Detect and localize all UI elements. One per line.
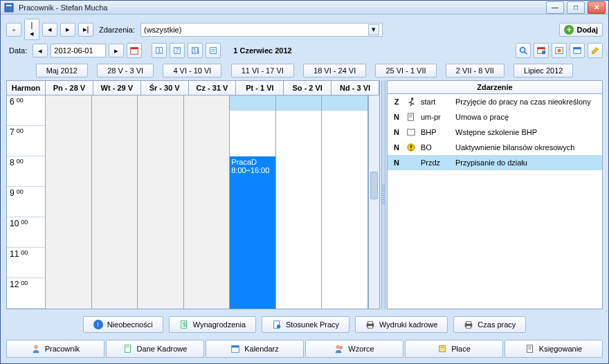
- range-button-7[interactable]: Lipiec 2012: [513, 64, 573, 78]
- calendar-picker-button[interactable]: [127, 43, 142, 58]
- date-next-button[interactable]: ▸: [109, 44, 124, 57]
- day-column-1[interactable]: [92, 95, 138, 309]
- day-header-4[interactable]: Pt - 1 VI: [236, 81, 284, 95]
- tab-label: Dane Kadrowe: [137, 345, 188, 353]
- view-week-button[interactable]: 7: [170, 43, 185, 58]
- svg-point-13: [520, 48, 525, 53]
- tool-1-button[interactable]: [534, 43, 549, 58]
- svg-point-44: [336, 345, 340, 349]
- nav-next-button[interactable]: ▸: [60, 23, 75, 37]
- svg-rect-0: [5, 3, 13, 12]
- view-list-button[interactable]: [206, 43, 221, 58]
- tool-3-button[interactable]: [570, 43, 585, 58]
- time-row-8: 800: [7, 156, 45, 187]
- day-column-3[interactable]: [184, 95, 230, 309]
- view-day-button[interactable]: 1: [152, 43, 167, 58]
- search-button[interactable]: [516, 43, 531, 58]
- maximize-button[interactable]: □: [567, 1, 585, 14]
- events-header: Zdarzenie: [388, 81, 602, 94]
- tab-2[interactable]: Kalendarz: [206, 340, 304, 358]
- schedule-event[interactable]: PracaD8:00÷16:00: [230, 156, 275, 309]
- range-button-3[interactable]: 11 VI - 17 VI: [231, 64, 294, 78]
- tab-5[interactable]: Księgowanie: [505, 340, 603, 358]
- date-input[interactable]: [51, 44, 106, 57]
- nav-first-button[interactable]: |◂: [24, 19, 39, 40]
- tab-3[interactable]: Wzorce: [305, 340, 403, 358]
- action-label: Nieobecności: [107, 320, 153, 329]
- svg-rect-1: [6, 5, 12, 6]
- range-button-4[interactable]: 18 VI - 24 VI: [303, 64, 366, 78]
- add-button[interactable]: + Dodaj: [559, 23, 603, 37]
- events-filter-dropdown[interactable]: (wszystkie) ▾: [140, 23, 383, 37]
- svg-rect-34: [368, 322, 373, 325]
- event-icon: [406, 157, 417, 168]
- time-row-12: 1200: [7, 278, 45, 309]
- tab-label: Kalendarz: [244, 345, 279, 353]
- svg-text:1: 1: [158, 46, 161, 54]
- svg-point-17: [542, 51, 545, 54]
- tab-0[interactable]: Pracownik: [6, 340, 104, 358]
- event-desc: Uaktywnienie bilansów okresowych: [455, 143, 598, 152]
- svg-point-45: [339, 346, 343, 349]
- event-code: start: [421, 98, 451, 106]
- event-row-4[interactable]: NPrzdzPrzypisanie do działu: [388, 155, 602, 170]
- plus-icon: +: [564, 25, 574, 35]
- action-button-1[interactable]: $Wynagrodzenia: [169, 316, 256, 333]
- event-row-1[interactable]: Num-prUmowa o pracę: [388, 109, 602, 125]
- svg-rect-21: [574, 48, 581, 50]
- tab-1[interactable]: Dane Kadrowe: [106, 340, 204, 358]
- tab-4[interactable]: Płace: [405, 340, 503, 358]
- action-button-3[interactable]: Wydruki kadrowe: [355, 316, 448, 333]
- time-row-6: 600: [7, 95, 45, 126]
- nav-stop-button[interactable]: ▫: [6, 23, 21, 37]
- time-row-7: 700: [7, 126, 45, 156]
- nav-last-button[interactable]: ▸|: [78, 23, 93, 37]
- tab-label: Księgowanie: [539, 345, 582, 353]
- day-column-6[interactable]: [322, 95, 368, 309]
- day-column-2[interactable]: [138, 95, 184, 309]
- event-row-2[interactable]: NBHPWstępne szkolenie BHP: [388, 125, 602, 140]
- day-header-3[interactable]: Cz - 31 V: [189, 81, 237, 95]
- edit-button[interactable]: [588, 43, 603, 58]
- range-button-2[interactable]: 4 VI - 10 VI: [163, 64, 221, 78]
- schedule-harmon-header: Harmon: [7, 81, 46, 95]
- close-button[interactable]: ✕: [588, 1, 606, 14]
- day-column-5[interactable]: [276, 95, 322, 309]
- event-row-3[interactable]: NBOUaktywnienie bilansów okresowych: [388, 140, 602, 155]
- splitter[interactable]: [381, 80, 385, 309]
- day-column-0[interactable]: [46, 95, 92, 309]
- range-button-1[interactable]: 28 V - 3 VI: [97, 64, 154, 78]
- action-label: Czas pracy: [478, 320, 516, 329]
- date-prev-button[interactable]: ◂: [33, 44, 48, 57]
- scrollbar-thumb[interactable]: [370, 172, 378, 199]
- date-title: 1 Czerwiec 2012: [233, 46, 291, 55]
- event-code: BHP: [421, 128, 451, 136]
- event-icon: [406, 127, 417, 138]
- svg-rect-35: [368, 326, 373, 329]
- action-button-2[interactable]: Stosunek Pracy: [262, 316, 349, 333]
- minimize-button[interactable]: —: [546, 1, 564, 14]
- view-month-button[interactable]: 31: [188, 43, 203, 58]
- action-button-0[interactable]: !Nieobecności: [83, 316, 163, 333]
- action-button-4[interactable]: Czas pracy: [453, 316, 526, 333]
- window-title: Pracownik - Stefan Mucha: [19, 3, 546, 12]
- events-filter-value: (wszystkie): [144, 26, 181, 34]
- svg-rect-43: [232, 346, 239, 348]
- event-code: BO: [421, 143, 451, 152]
- day-header-5[interactable]: So - 2 VI: [284, 81, 331, 95]
- time-row-11: 1100: [7, 248, 45, 278]
- day-header-6[interactable]: Nd - 3 VI: [331, 81, 379, 95]
- nav-prev-button[interactable]: ◂: [42, 23, 57, 37]
- day-column-4[interactable]: PracaD8:00÷16:00: [230, 95, 276, 309]
- time-row-9: 900: [7, 187, 45, 217]
- schedule-scrollbar[interactable]: [368, 95, 379, 309]
- event-row-0[interactable]: ZstartPrzyjęcie do pracy na czas nieokre…: [388, 94, 602, 109]
- day-header-2[interactable]: Śr - 30 V: [141, 81, 189, 95]
- day-header-0[interactable]: Pn - 28 V: [46, 81, 93, 95]
- range-button-5[interactable]: 25 VI - 1 VII: [375, 64, 436, 78]
- range-button-0[interactable]: Maj 2012: [36, 64, 88, 78]
- range-button-6[interactable]: 2 VII - 8 VII: [446, 64, 505, 78]
- day-header-1[interactable]: Wt - 29 V: [93, 81, 141, 95]
- event-icon: [406, 142, 417, 153]
- tool-2-button[interactable]: [552, 43, 567, 58]
